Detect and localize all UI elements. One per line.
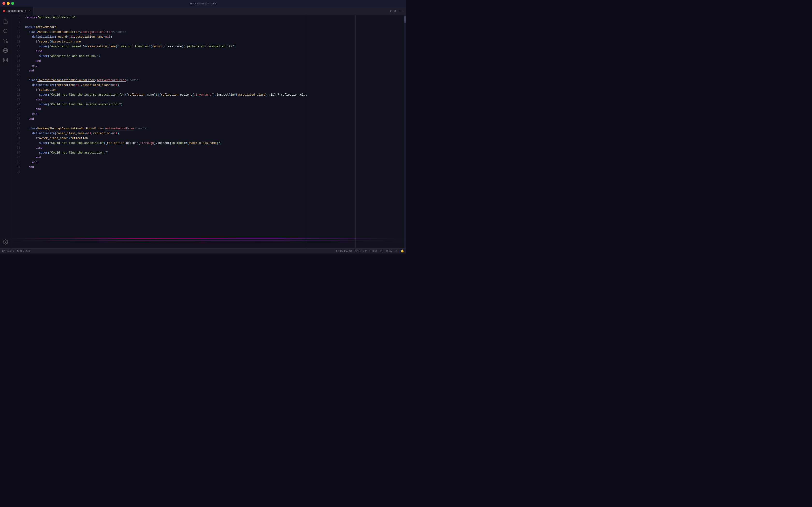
code-line-32: super("Could not find the association #{… [25,141,307,146]
code-line-34: super("Could not find the association.") [25,151,307,155]
fullscreen-button[interactable] [11,2,14,5]
code-line-10: def initialize(record = nil, association… [25,35,307,39]
tab-bar-actions: ⌕ ⧉ ··· [390,7,406,15]
code-line-35: end [25,155,307,160]
code-line-38 [25,170,307,175]
editor-area: 6 7 8 9 10 11 12 13 14 15 16 17 18 19 20… [0,15,406,248]
code-line-12: super("Association named '#{association_… [25,44,307,49]
scrollbar[interactable] [404,15,406,248]
svg-rect-9 [6,61,7,62]
code-content[interactable]: require "active_record/errors" module Ac… [23,15,307,248]
code-line-19: class InverseOfAssociationNotFoundError … [25,78,307,83]
svg-point-3 [3,39,5,40]
git-branch-status[interactable]: master [2,249,14,252]
code-line-33: else [25,146,307,151]
more-actions-icon[interactable]: ··· [398,9,404,13]
sidebar-item-debug[interactable] [1,46,10,55]
code-line-29: class HasManyThroughAssociationNotFoundE… [25,126,307,131]
warnings-label: ⚠ 0 [26,249,30,252]
tab-bar: associations.rb × ⌕ ⧉ ··· [0,7,406,15]
tab-dot-icon [3,10,5,12]
sidebar-item-files[interactable] [1,17,10,26]
code-line-22: super("Could not find the inverse associ… [25,93,307,97]
search-in-file-icon[interactable]: ⌕ [390,9,392,13]
code-line-21: if reflection [25,88,307,93]
code-line-7 [25,20,307,25]
code-line-20: def initialize(reflection = nil, associa… [25,83,307,88]
code-line-27: end [25,117,307,121]
git-branch-label: master [6,249,14,252]
cursor-position[interactable]: Ln 45, Col 10 [336,249,352,252]
code-line-24: super("Could not find the inverse associ… [25,102,307,107]
errors-label: ⊗ 0 [20,249,24,252]
split-editor-icon[interactable]: ⧉ [394,9,396,13]
code-line-25: end [25,107,307,112]
sidebar-item-source-control[interactable] [1,37,10,45]
smiley-icon[interactable]: ☺ [395,249,398,252]
svg-point-14 [2,251,3,252]
encoding[interactable]: UTF-8 [369,249,377,252]
code-line-13: else [25,49,307,54]
svg-point-2 [6,42,7,43]
status-bar: master ↻ ⊗ 0 ⚠ 0 Ln 45, Col 10 Spaces: 2… [0,248,406,253]
line-ending[interactable]: LF [380,249,383,252]
code-editor[interactable]: 6 7 8 9 10 11 12 13 14 15 16 17 18 19 20… [11,15,406,248]
code-line-14: super("Association was not found.") [25,54,307,59]
sync-status[interactable]: ↻ ⊗ 0 ⚠ 0 [17,249,30,252]
svg-rect-10 [3,61,5,62]
svg-point-11 [5,241,6,243]
activity-bar [0,15,11,248]
split-panel-1 [307,15,355,248]
git-branch-icon [2,249,5,252]
line-numbers: 6 7 8 9 10 11 12 13 14 15 16 17 18 19 20… [11,15,23,248]
code-line-17: end [25,68,307,73]
sync-icon: ↻ [17,249,19,252]
notification-bell-icon[interactable]: 🔔 [401,249,404,252]
code-line-9: class AssociationNotFoundError < Configu… [25,30,307,35]
code-line-30: def initialize(owner_class_name = nil, r… [25,131,307,136]
window-title: associations.rb — rails [190,2,216,5]
code-line-31: if owner_class_name && reflection [25,136,307,141]
split-panel-2 [356,15,404,248]
tab-label: associations.rb [7,9,26,12]
code-line-23: else [25,97,307,102]
traffic-lights [2,2,14,5]
code-line-36: end [25,160,307,165]
code-line-18 [25,73,307,78]
code-line-15: end [25,59,307,63]
code-line-26: end [25,112,307,117]
svg-point-13 [4,250,5,250]
settings-gear-icon[interactable] [1,237,10,246]
tab-associations[interactable]: associations.rb × [0,7,34,15]
sidebar-item-extensions[interactable] [1,56,10,64]
svg-line-1 [6,32,7,33]
code-line-37: end [25,165,307,170]
svg-rect-7 [3,58,5,60]
language-mode[interactable]: Ruby [386,249,392,252]
code-line-6: require "active_record/errors" [25,15,307,20]
code-line-16: end [25,63,307,68]
titlebar: associations.rb — rails [0,0,406,7]
code-line-28 [25,121,307,126]
indentation[interactable]: Spaces: 2 [355,249,367,252]
code-line-11: if record && association_name [25,39,307,44]
status-right: Ln 45, Col 10 Spaces: 2 UTF-8 LF Ruby ☺ … [336,249,404,252]
minimize-button[interactable] [7,2,10,5]
tab-close-button[interactable]: × [29,9,31,13]
svg-rect-8 [6,58,7,60]
code-line-8: module ActiveRecord [25,25,307,30]
close-button[interactable] [2,2,5,5]
scrollbar-thumb[interactable] [404,16,406,23]
svg-point-0 [3,29,7,33]
app-container: associations.rb × ⌕ ⧉ ··· [0,7,406,253]
status-left: master ↻ ⊗ 0 ⚠ 0 [2,249,30,252]
sidebar-item-search[interactable] [1,27,10,36]
